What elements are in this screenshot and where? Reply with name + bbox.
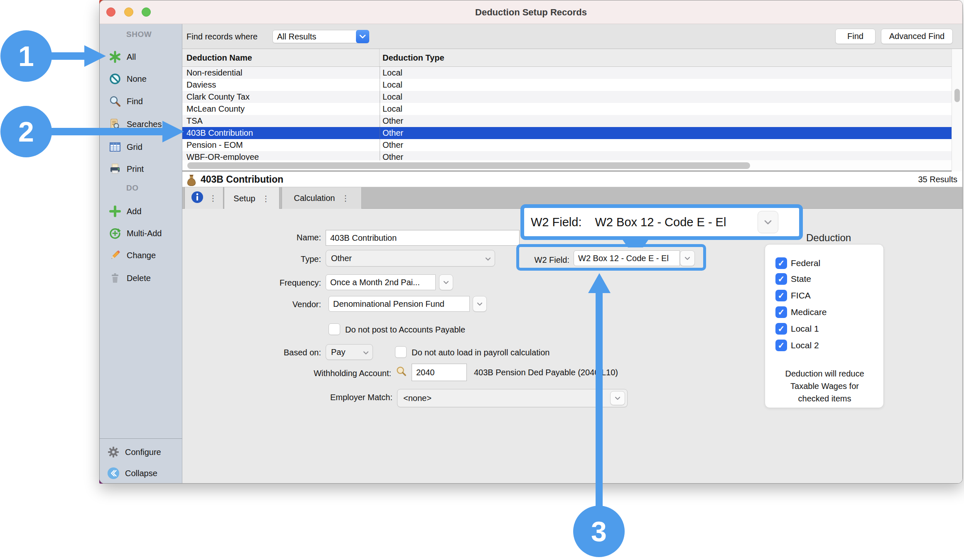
sidebar-item-grid[interactable]: Grid [100,141,182,153]
name-field[interactable]: 403B Contribution [326,230,520,246]
annotation-number: 2 [18,115,34,148]
deduction-option-federal[interactable]: ✓Federal [775,257,820,269]
frequency-dropdown[interactable]: Once a Month 2nd Pai... [326,274,436,290]
deduction-option-fica[interactable]: ✓FICA [775,290,811,301]
info-tab-button[interactable]: ⋮ [184,187,223,209]
sidebar-item-find[interactable]: Find [100,95,182,108]
results-count: 35 Results [918,171,958,187]
sidebar-item-label: All [127,52,136,62]
vendor-chevron-button[interactable] [473,296,487,312]
do-not-auto-load-checkbox[interactable] [395,346,407,358]
table-row-selected[interactable]: 403B ContributionOther [182,127,952,139]
employer-match-chevron-button[interactable] [610,391,625,405]
do-not-post-ap-checkbox[interactable] [329,323,340,335]
sidebar-item-label: Add [127,207,142,216]
results-filter-dropdown[interactable]: All Results [272,30,369,43]
money-bag-icon [186,174,197,188]
deduction-panel: ✓Federal ✓State ✓FICA ✓Medicare ✓Local 1… [765,244,884,408]
find-records-where-label: Find records where [186,24,258,49]
employer-match-value: <none> [403,394,432,403]
deduction-option-state[interactable]: ✓State [775,273,811,285]
chevron-down-icon [758,211,778,233]
checked-checkbox[interactable]: ✓ [775,290,787,301]
horizontal-scrollbar-thumb[interactable] [187,162,750,169]
sidebar-item-configure[interactable]: Configure [100,446,182,458]
tab-options-dots[interactable]: ⋮ [341,194,349,202]
vendor-label: Vendor: [182,300,321,309]
sidebar-item-label: Print [127,164,144,174]
vendor-dropdown[interactable]: Denominational Pension Fund [329,296,470,312]
tab-options-dots[interactable]: ⋮ [209,194,217,202]
deduction-option-local-1[interactable]: ✓Local 1 [775,323,819,335]
type-dropdown[interactable]: Other [326,250,495,267]
checked-checkbox[interactable]: ✓ [775,340,787,351]
cell-deduction-type: Other [380,127,403,139]
withholding-account-field[interactable]: 2040 [412,364,467,381]
cell-deduction-name: Pension - EOM [182,139,380,151]
tab-calculation[interactable]: Calculation ⋮ [282,187,362,209]
sidebar-item-label: None [127,74,147,84]
checked-checkbox[interactable]: ✓ [775,306,787,318]
vendor-value: Denominational Pension Fund [333,299,444,309]
deduction-option-label: FICA [791,291,811,301]
none-icon [109,73,121,85]
annotation-circle-2: 2 [0,106,52,157]
sidebar-item-label: Grid [127,142,142,152]
sidebar-item-none[interactable]: None [100,73,182,85]
sidebar-item-multi-add[interactable]: Multi-Add [100,227,182,240]
sidebar-item-label: Change [127,251,156,260]
based-on-dropdown[interactable]: Pay [326,344,373,360]
checked-checkbox[interactable]: ✓ [775,273,787,285]
checked-checkbox[interactable]: ✓ [775,257,787,269]
column-header-deduction-type[interactable]: Deduction Type [380,49,444,66]
sidebar-item-delete[interactable]: Delete [100,272,182,284]
chevron-down-icon[interactable] [356,30,369,43]
tab-options-dots[interactable]: ⋮ [262,195,270,203]
chevron-down-icon [485,254,491,263]
multi-add-icon [109,227,121,240]
table-row[interactable]: McLean CountyLocal [182,103,952,115]
sidebar-item-print[interactable]: Print [100,163,182,175]
chevron-down-icon [443,281,449,284]
table-row[interactable]: Clark County TaxLocal [182,91,952,103]
table-row[interactable]: Non-residentialLocal [182,67,952,79]
frequency-chevron-button[interactable] [439,274,453,290]
annotation-number: 1 [18,40,34,72]
sidebar-item-change[interactable]: Change [100,249,182,262]
sidebar-item-all[interactable]: All [100,51,182,63]
chevron-down-icon [477,302,483,306]
cell-deduction-type: Other [380,115,403,127]
record-header: 403B Contribution 35 Results [182,171,963,187]
annotation-arrow-3-shaft [596,291,603,507]
tab-setup[interactable]: Setup ⋮ [224,187,280,210]
sidebar-item-collapse[interactable]: Collapse [100,467,182,479]
cell-deduction-type: Other [380,139,403,151]
table-row[interactable]: Pension - EOMOther [182,139,952,151]
sidebar-item-label: Configure [125,448,161,457]
vertical-scrollbar [952,49,962,171]
gear-icon [107,446,120,458]
deduction-option-local-2[interactable]: ✓Local 2 [775,340,819,351]
cell-deduction-type: Local [380,103,402,115]
plus-icon [109,205,121,218]
checked-checkbox[interactable]: ✓ [775,323,787,335]
table-row[interactable]: DaviessLocal [182,79,952,91]
advanced-find-button[interactable]: Advanced Find [881,29,953,44]
deduction-option-medicare[interactable]: ✓Medicare [775,306,827,318]
account-lookup-magnifier-icon[interactable] [395,366,407,379]
column-separator [380,67,380,160]
horizontal-scrollbar [182,160,952,171]
table-row[interactable]: TSAOther [182,115,952,127]
find-button[interactable]: Find [835,29,876,44]
callout-w2-label: W2 Field: [531,215,581,229]
column-header-deduction-name[interactable]: Deduction Name [182,49,380,66]
withholding-account-value: 2040 [416,368,435,377]
annotation-arrow-2-shaft [51,128,163,135]
sidebar-item-label: Collapse [125,469,157,478]
w2-field-highlight-box [516,244,706,271]
results-filter-value: All Results [277,32,316,41]
sidebar-item-add[interactable]: Add [100,205,182,218]
annotation-number: 3 [591,515,607,548]
employer-match-dropdown[interactable]: <none> [397,389,628,407]
vertical-scrollbar-thumb[interactable] [954,89,960,102]
